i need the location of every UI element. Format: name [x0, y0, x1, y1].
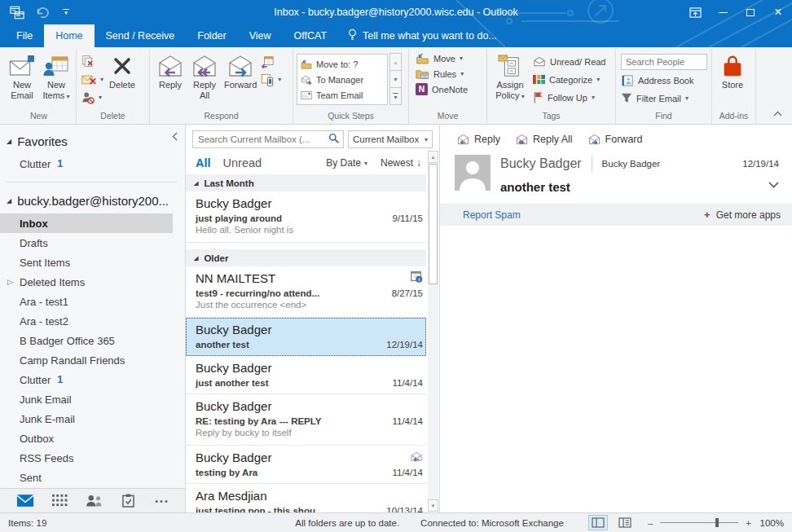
search-mailbox-input[interactable] — [198, 134, 328, 144]
onenote-button[interactable]: N OneNote — [416, 81, 468, 97]
junk-button[interactable]: ▾ — [81, 72, 103, 87]
sidebar-folder-ara-test2[interactable]: Ara - test2 — [0, 311, 185, 331]
block-sender-button[interactable]: ▾ — [81, 90, 103, 105]
quick-steps-scroll-down[interactable]: ▼ — [389, 70, 402, 88]
search-box[interactable] — [192, 130, 344, 148]
sort-order-toggle[interactable]: Newest ↓ — [381, 157, 421, 169]
quick-steps-scroll-up[interactable]: ▲ — [389, 53, 402, 71]
ribbon-display-options-icon[interactable] — [681, 0, 709, 24]
message-row[interactable]: Ara Mesdjian just testing pop - this sho… — [186, 484, 426, 512]
tab-home[interactable]: Home — [44, 24, 94, 47]
rules-button[interactable]: Rules ▾ — [416, 66, 464, 81]
tab-offcat[interactable]: OffCAT — [283, 24, 339, 47]
favorites-header[interactable]: ◢ Favorites — [0, 131, 185, 154]
sidebar-folder-camp-randall-friends[interactable]: Camp Randall Friends — [0, 350, 185, 370]
maximize-button[interactable] — [737, 0, 764, 24]
tab-view[interactable]: View — [238, 24, 283, 47]
scrollbar-thumb[interactable] — [429, 164, 438, 284]
sidebar-folder-inbox[interactable]: Inbox — [0, 213, 173, 233]
sidebar-folder-drafts[interactable]: Drafts — [0, 233, 185, 253]
sidebar-folder-clutter[interactable]: Clutter 1 — [0, 370, 185, 389]
reply-all-button-ribbon[interactable]: Reply All — [187, 51, 222, 109]
sidebar-folder-rss-feeds[interactable]: RSS Feeds — [0, 448, 185, 468]
reading-view-icon[interactable] — [615, 515, 635, 530]
sidebar-folder-deleted-items[interactable]: ▷ Deleted Items — [0, 272, 185, 292]
tasks-nav-icon[interactable] — [111, 489, 145, 513]
more-respond-actions-button[interactable]: ▾ — [261, 72, 281, 87]
tab-file[interactable]: File — [5, 24, 44, 47]
message-row[interactable]: Bucky Badger RE: testing by Ara --- REPL… — [186, 394, 426, 446]
forward-button-ribbon[interactable]: Forward — [222, 51, 259, 109]
scroll-down-icon[interactable]: ▼ — [428, 499, 438, 512]
zoom-in-icon[interactable]: + — [746, 518, 751, 528]
scroll-up-icon[interactable]: ▲ — [428, 151, 438, 163]
address-book-button[interactable]: Address Book — [621, 73, 707, 88]
sidebar-folder-junk-email[interactable]: Junk Email — [0, 389, 185, 409]
mail-nav-icon[interactable] — [8, 489, 42, 513]
quick-steps-more-button[interactable]: ▼ — [389, 87, 402, 105]
sidebar-folder-b-badger-office-365[interactable]: B Badger Office 365 — [0, 331, 185, 350]
message-recipient[interactable]: Bucky Badger — [602, 159, 743, 169]
search-people-input[interactable] — [621, 54, 707, 70]
account-header[interactable]: ◢ bucky.badger@history200... — [0, 191, 185, 213]
sidebar-folder-sent[interactable]: Sent — [0, 468, 185, 487]
message-row[interactable]: Bucky Badger testing by Ara11/4/14 — [186, 446, 426, 484]
delete-button[interactable]: Delete — [105, 51, 139, 109]
group-header-older[interactable]: ◢ Older — [186, 249, 426, 266]
zoom-slider-thumb[interactable] — [715, 518, 719, 527]
quick-step-to-manager[interactable]: To Manager — [301, 73, 384, 87]
group-header-last-month[interactable]: ◢ Last Month — [186, 174, 426, 191]
message-list-scrollbar[interactable]: ▲ ▼ — [428, 151, 438, 512]
store-button[interactable]: Store — [715, 51, 750, 109]
collapse-ribbon-icon[interactable] — [773, 105, 782, 120]
meeting-button[interactable] — [261, 54, 281, 69]
quick-step-move-to[interactable]: Move to: ? — [301, 57, 384, 72]
forward-button[interactable]: Forward — [587, 134, 643, 145]
calendar-nav-icon[interactable] — [42, 489, 77, 513]
expand-triangle-icon[interactable]: ▷ — [7, 278, 13, 286]
message-row-selected[interactable]: Bucky Badger another test12/19/14 — [186, 318, 426, 356]
zoom-out-icon[interactable]: – — [648, 518, 653, 528]
get-more-apps-link[interactable]: + Get more apps — [704, 209, 781, 221]
follow-up-button[interactable]: Follow Up ▾ — [533, 90, 606, 105]
search-scope-dropdown[interactable]: Current Mailbox ▾ — [348, 130, 433, 148]
message-row[interactable]: Bucky Badger just another test11/4/14 — [186, 356, 426, 394]
zoom-level[interactable]: 100% — [751, 518, 784, 528]
normal-view-icon[interactable] — [588, 515, 608, 530]
new-items-button[interactable]: New Items — [39, 51, 73, 109]
close-button[interactable]: × — [764, 0, 792, 24]
minimize-button[interactable] — [709, 0, 737, 24]
send-receive-icon[interactable] — [7, 2, 28, 23]
people-nav-icon[interactable] — [77, 489, 111, 513]
tab-folder[interactable]: Folder — [186, 24, 237, 47]
more-nav-options-icon[interactable]: ••• — [145, 489, 179, 513]
reply-button[interactable]: Reply — [456, 134, 500, 145]
filter-tab-unread[interactable]: Unread — [223, 156, 262, 169]
sidebar-folder-outbox[interactable]: Outbox — [0, 429, 185, 448]
search-icon[interactable] — [328, 132, 339, 147]
undo-icon[interactable] — [31, 2, 52, 23]
sidebar-folder-ara-test1[interactable]: Ara - test1 — [0, 292, 185, 311]
report-spam-link[interactable]: Report Spam — [463, 209, 521, 221]
sort-by-dropdown[interactable]: By Date ▾ — [326, 157, 367, 169]
reply-all-button[interactable]: Reply All — [515, 134, 573, 145]
assign-policy-button[interactable]: Assign Policy — [491, 51, 530, 109]
tell-me-box[interactable]: Tell me what you want to do... — [338, 24, 507, 47]
reply-button-ribbon[interactable]: Reply — [153, 51, 187, 109]
customize-qat-icon[interactable]: ▾ — [55, 2, 77, 23]
filter-tab-all[interactable]: All — [196, 156, 211, 169]
tab-send-receive[interactable]: Send / Receive — [95, 24, 187, 47]
message-sender[interactable]: Bucky Badger — [500, 156, 582, 171]
unread-read-button[interactable]: Unread/ Read — [533, 54, 606, 69]
quick-step-team-email[interactable]: Team Email — [301, 88, 384, 103]
move-button[interactable]: Move ▾ — [416, 51, 463, 66]
new-email-button[interactable]: New Email — [5, 51, 39, 109]
message-row[interactable]: NN MAILTEST i test9 - recurring/no atte — [186, 266, 426, 318]
expand-header-chevron-icon[interactable] — [768, 177, 779, 194]
ignore-button[interactable] — [81, 54, 103, 69]
sidebar-folder-junk-e-mail[interactable]: Junk E-mail — [0, 409, 185, 429]
categorize-button[interactable]: Categorize ▾ — [533, 72, 606, 87]
message-row[interactable]: Bucky Badger just playing around9/11/15 … — [186, 191, 426, 243]
sidebar-folder-sent-items[interactable]: Sent Items — [0, 253, 185, 272]
minimize-folder-pane-icon[interactable] — [172, 131, 178, 143]
